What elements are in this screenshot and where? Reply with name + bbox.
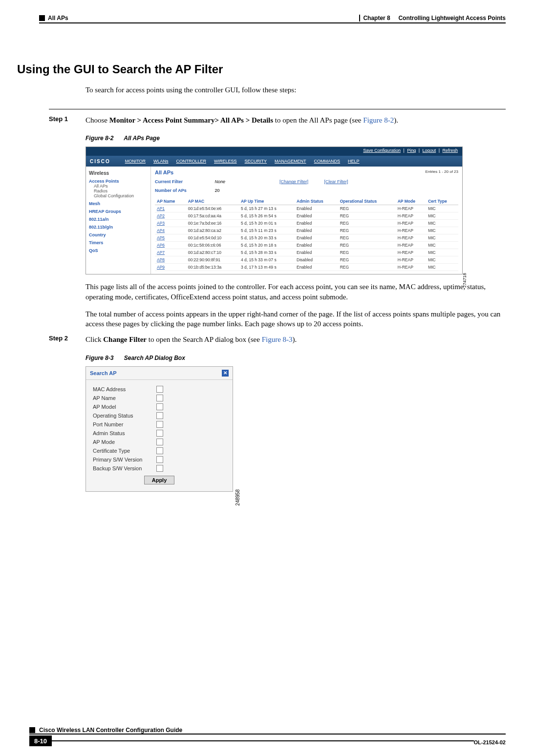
sidebar-access-points[interactable]: Access Points <box>89 179 148 184</box>
nav-monitor[interactable]: MONITOR <box>125 159 146 164</box>
ap-op: REG <box>338 264 396 271</box>
ap-mac: 00:22:90:90:8f:91 <box>186 256 239 264</box>
nav-controller[interactable]: CONTROLLER <box>176 159 207 164</box>
current-filter-label: Current Filter <box>155 179 214 184</box>
footer-bullet <box>29 727 35 733</box>
step-2: Step 2 Click Change Filter to open the S… <box>49 335 506 344</box>
apply-button[interactable]: Apply <box>144 476 174 484</box>
filter-field-label: AP Name <box>93 395 156 401</box>
ap-admin: Enabled <box>295 205 338 212</box>
table-row: AP300:1e:7a:bd:ee:165 d, 15 h 20 m 01 sE… <box>155 220 458 227</box>
sidebar-hreap[interactable]: HREAP Groups <box>89 209 148 214</box>
filter-field-checkbox[interactable] <box>156 465 163 472</box>
wlc-navbar: CISCO MONITOR WLANs CONTROLLER WIRELESS … <box>86 156 462 167</box>
filter-field-label: AP Mode <box>93 439 156 445</box>
ap-mode: H-REAP <box>396 264 426 271</box>
ap-uptime: 4 d, 15 h 33 m 07 s <box>239 256 295 264</box>
ap-op: REG <box>338 227 396 234</box>
ap-op: REG <box>338 234 396 242</box>
step-2-bold: Change Filter <box>103 336 147 343</box>
filter-field-label: Backup S/W Version <box>93 465 156 471</box>
filter-field-row: MAC Address <box>93 386 226 393</box>
col-ap-mode: AP Mode <box>396 198 426 205</box>
sidebar-global-cfg[interactable]: Global Configuration <box>94 193 148 198</box>
sidebar-qos[interactable]: QoS <box>89 248 148 253</box>
sidebar-mesh[interactable]: Mesh <box>89 201 148 206</box>
step-1: Step 1 Choose Monitor > Access Point Sum… <box>49 115 506 125</box>
sidebar-radios[interactable]: Radios <box>94 189 148 193</box>
ping-link[interactable]: Ping <box>407 148 416 153</box>
filter-field-row: AP Mode <box>93 439 226 445</box>
fig83-title: Search AP Dialog Box <box>124 355 185 361</box>
nav-security[interactable]: SECURITY <box>245 159 267 164</box>
filter-field-checkbox[interactable] <box>156 456 163 463</box>
ap-name-link[interactable]: AP5 <box>155 234 186 242</box>
col-admin-status: Admin Status <box>295 198 338 205</box>
ap-name-link[interactable]: AP6 <box>155 242 186 249</box>
table-row: AP400:1d:a2:80:ca:a25 d, 15 h 11 m 23 sE… <box>155 227 458 234</box>
sidebar-80211bgn[interactable]: 802.11b/g/n <box>89 225 148 230</box>
nav-wlans[interactable]: WLANs <box>153 159 169 164</box>
sidebar-all-aps[interactable]: All APs <box>94 184 148 189</box>
page-number: 8-10 <box>29 735 52 746</box>
ap-uptime: 5 d, 15 h 26 m 54 s <box>239 212 295 220</box>
filter-field-label: MAC Address <box>93 386 156 392</box>
filter-field-checkbox[interactable] <box>156 447 163 454</box>
ap-name-link[interactable]: AP2 <box>155 212 186 220</box>
nav-help[interactable]: HELP <box>348 159 360 164</box>
filter-field-checkbox[interactable] <box>156 430 163 437</box>
nav-commands[interactable]: COMMANDS <box>314 159 341 164</box>
sidebar-timers[interactable]: Timers <box>89 240 148 245</box>
fig83-side-number: 248958 <box>235 489 240 505</box>
ap-op: REG <box>338 205 396 212</box>
col-ap-uptime: AP Up Time <box>239 198 295 205</box>
filter-field-label: Port Number <box>93 421 156 427</box>
sidebar-country[interactable]: Country <box>89 232 148 237</box>
filter-field-checkbox[interactable] <box>156 421 163 428</box>
ap-name-link[interactable]: AP9 <box>155 264 186 271</box>
ap-mac: 00:1d:e5:54:0e:e6 <box>186 205 239 212</box>
filter-field-row: Primary S/W Version <box>93 456 226 463</box>
filter-field-checkbox[interactable] <box>156 386 163 393</box>
cisco-logo: CISCO <box>90 159 110 164</box>
change-filter-link[interactable]: [Change Filter] <box>279 179 308 184</box>
filter-field-checkbox[interactable] <box>156 412 163 419</box>
filter-field-checkbox[interactable] <box>156 395 163 401</box>
clear-filter-link[interactable]: [Clear Filter] <box>324 179 348 184</box>
filter-field-label: Operating Status <box>93 413 156 419</box>
nav-wireless[interactable]: WIRELESS <box>214 159 237 164</box>
sidebar-80211an[interactable]: 802.11a/n <box>89 217 148 222</box>
table-row: AP200:17:5a:cd:aa:4a5 d, 15 h 26 m 54 sE… <box>155 212 458 220</box>
col-cert-type: Cert Type <box>426 198 458 205</box>
ap-mode: H-REAP <box>396 256 426 264</box>
filter-field-checkbox[interactable] <box>156 403 163 410</box>
fig82-side-number: 274718 <box>462 273 467 288</box>
ap-mode: H-REAP <box>396 234 426 242</box>
ap-mode: H-REAP <box>396 205 426 212</box>
save-config-link[interactable]: Save Configuration <box>363 148 401 153</box>
ap-name-link[interactable]: AP1 <box>155 205 186 212</box>
logout-link[interactable]: Logout <box>423 148 436 153</box>
refresh-link[interactable]: Refresh <box>442 148 458 153</box>
close-icon[interactable]: ✕ <box>222 370 229 377</box>
ap-cert: MIC <box>426 242 458 249</box>
ap-name-link[interactable]: AP4 <box>155 227 186 234</box>
ap-name-link[interactable]: AP3 <box>155 220 186 227</box>
current-filter-value: None <box>215 179 264 184</box>
step-1-label: Step 1 <box>49 115 86 123</box>
ap-uptime: 5 d, 15 h 28 m 33 s <box>239 249 295 256</box>
fig83-num: Figure 8-3 <box>86 355 113 361</box>
step-1-mid: to open the All APs page (see <box>273 116 363 124</box>
filter-field-label: Primary S/W Version <box>93 457 156 462</box>
ap-mac: 00:17:5a:cd:aa:4a <box>186 212 239 220</box>
filter-field-checkbox[interactable] <box>156 439 163 445</box>
book-title: Cisco Wireless LAN Controller Configurat… <box>39 727 182 734</box>
ap-name-link[interactable]: AP8 <box>155 256 186 264</box>
ap-admin: Enabled <box>295 212 338 220</box>
nav-management[interactable]: MANAGEMENT <box>275 159 306 164</box>
ap-uptime: 5 d, 15 h 20 m 18 s <box>239 242 295 249</box>
wlc-sidebar: Wireless Access Points All APs Radios Gl… <box>86 167 151 274</box>
ap-name-link[interactable]: AP7 <box>155 249 186 256</box>
ap-admin: Enabled <box>295 242 338 249</box>
ap-mode: H-REAP <box>396 220 426 227</box>
